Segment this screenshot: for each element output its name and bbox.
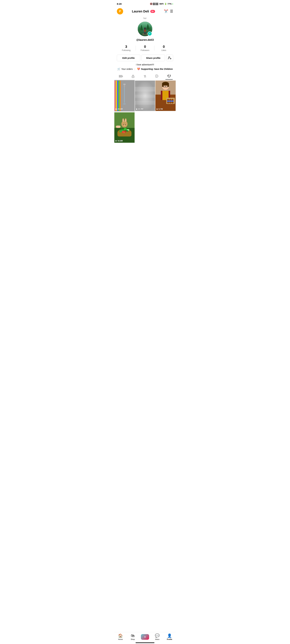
header-title-area: Lauren Deli 9+ [132,10,155,13]
home-icon: 🏠 [118,634,123,638]
add-button[interactable]: + [141,634,149,640]
bio-text: I love adventure!!!! [136,63,154,66]
share-profile-button[interactable]: Share profile [142,54,165,61]
svg-point-79 [125,124,126,125]
view-count-2: 21.9M [136,108,143,110]
tab-tagged[interactable] [151,73,163,80]
svg-point-78 [123,124,124,125]
video-item-4[interactable]: 44.8M [114,112,134,143]
header: P Lauren Deli 9+ ✂️ ☰ [114,7,176,16]
shop-label: Shop [131,638,135,640]
view-count-1: 20.4M [116,108,123,110]
svg-point-80 [124,125,125,126]
links-row: 🛒 Your orders | 💝 Supporting: Save the C… [117,68,173,70]
nav-shop[interactable]: 🛍 Shop [126,634,139,640]
svg-point-22 [133,77,133,77]
heart-ribbon-icon: 💝 [137,68,140,70]
supporting-label: Supporting: Save the Children [141,68,173,70]
play-icon-1 [116,108,117,110]
orders-link[interactable]: 🛒 Your orders [117,68,133,70]
battery-dot: ● [172,3,173,5]
followers-count: 0 [144,45,146,49]
svg-rect-17 [119,75,120,78]
profile-nav-icon: 👤 [167,634,172,638]
svg-rect-37 [135,87,155,92]
svg-rect-29 [120,81,120,111]
following-label: Following [122,49,130,52]
svg-rect-60 [172,100,174,102]
supporting-link[interactable]: 💝 Supporting: Save the Children [137,68,173,70]
nav-profile[interactable]: 👤 Profile [164,634,176,640]
video-thumb-1 [114,80,134,112]
nav-home[interactable]: 🏠 Home [114,634,126,640]
tabs-row: ▾ [114,73,176,80]
battery-icon: 🔋 [164,3,167,5]
video-thumb-3 [156,80,176,112]
user-handle: @lauren.deli3 [136,38,154,42]
tab-grid[interactable]: ▾ [115,73,127,80]
svg-rect-81 [116,126,120,128]
home-indicator [136,642,154,643]
status-time: 8:28 [117,2,122,5]
add-friend-button[interactable] [166,54,173,61]
tab-repost[interactable] [139,73,151,80]
logo-letter: P [119,10,121,13]
action-buttons: Edit profile Share profile [117,54,173,61]
bottom-spacer [114,143,176,156]
tag-icon [156,74,158,78]
followers-label: Followers [140,49,150,52]
avatar-add-button[interactable]: + [148,32,152,36]
logo-button[interactable]: P [117,8,123,14]
inbox-icon: 💬 [155,634,160,638]
svg-point-14 [168,56,170,58]
stat-following[interactable]: 3 Following [117,44,136,52]
grid-dropdown-icon: ▾ [122,75,123,77]
cart-icon: 🛒 [117,68,120,70]
video-item-2[interactable]: 21.9M [135,80,155,112]
svg-point-6 [142,33,148,36]
svg-rect-19 [121,75,122,78]
header-username: Lauren Deli [132,10,149,13]
tab-private[interactable] [127,73,139,80]
repost-icon [143,74,147,78]
add-icon: + [144,635,146,639]
svg-rect-39 [135,101,155,105]
profile-section: her [114,16,176,73]
svg-rect-13 [145,32,146,34]
liked-icon [167,75,171,78]
play-icon-2 [136,108,138,110]
play-icon-3 [157,108,158,110]
video-item-1[interactable]: 20.4M [114,80,134,112]
svg-rect-38 [135,95,155,98]
nav-inbox[interactable]: 💬 Inbox [151,634,164,640]
wifi-icon: WiFi [160,3,164,5]
stat-likes[interactable]: 0 Likes [154,44,173,52]
svg-rect-34 [121,81,134,111]
signal-icon: ▌▌▌▌ [153,3,159,5]
svg-rect-18 [120,75,120,78]
notification-badge[interactable]: 9+ [150,10,155,13]
menu-icon[interactable]: ☰ [170,9,173,13]
svg-rect-27 [117,81,118,111]
profile-subtext: her [144,17,146,20]
orders-label: Your orders [122,68,133,70]
video-item-3[interactable]: 6.7M [156,80,176,112]
svg-rect-26 [116,81,117,111]
svg-point-72 [124,132,125,133]
likes-count: 0 [163,45,165,49]
svg-rect-58 [167,100,169,102]
svg-point-73 [122,120,128,128]
edit-profile-button[interactable]: Edit profile [117,54,140,61]
stat-followers[interactable]: 0 Followers [136,44,154,52]
tab-liked[interactable] [163,73,175,80]
video-thumb-4 [114,112,134,143]
avatar-wrapper: + [138,22,152,36]
svg-rect-10 [143,30,144,32]
status-bar: 8:28 🔇 ▌▌▌▌ WiFi 🔋 77% ● [114,0,176,7]
pencil-icon[interactable]: ✂️ [164,9,168,13]
shop-icon: 🛍 [131,634,134,638]
svg-rect-28 [118,81,119,111]
nav-add[interactable]: + [139,634,151,640]
stats-row: 3 Following 0 Followers 0 Likes [117,44,173,52]
status-right: 🔇 ▌▌▌▌ WiFi 🔋 77% ● [150,3,173,5]
